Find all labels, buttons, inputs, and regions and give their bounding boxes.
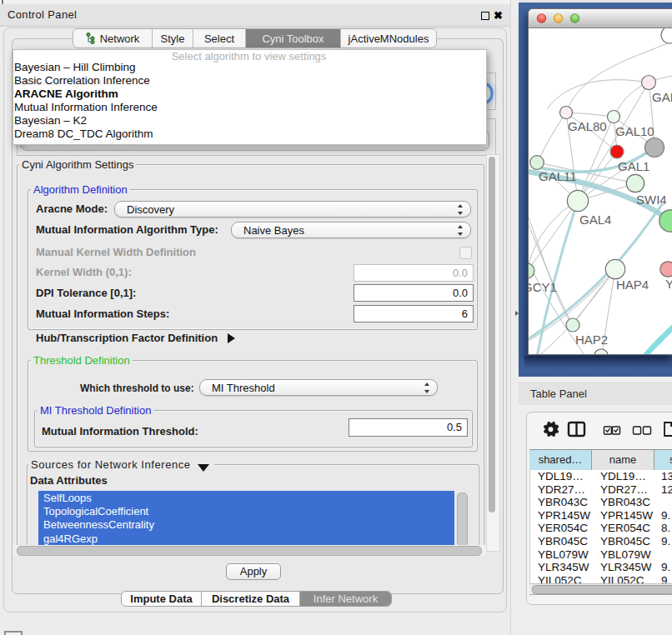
svg-text:GAL11: GAL11 [539,169,577,183]
svg-text:GAL10: GAL10 [615,124,654,138]
svg-text:GAL4: GAL4 [579,212,611,227]
svg-text:GAL1: GAL1 [618,159,649,173]
svg-text:HAP2: HAP2 [575,332,608,347]
svg-text:HAP4: HAP4 [616,278,649,292]
svg-text:GAL7: GAL7 [652,90,672,104]
svg-text:Y: Y [665,277,672,291]
svg-text:SWI4: SWI4 [636,192,667,207]
svg-text:GCY1: GCY1 [529,280,557,294]
svg-text:GAL80: GAL80 [568,119,607,133]
